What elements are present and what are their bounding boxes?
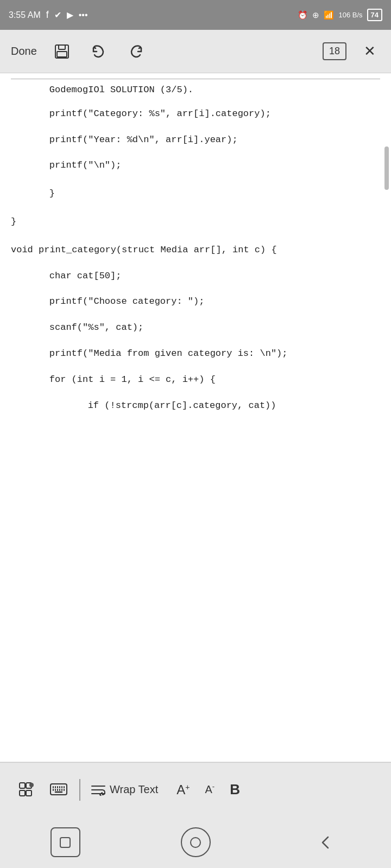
nav-bar [0, 816, 391, 868]
undo-icon [91, 44, 106, 59]
code-line-6: } [11, 203, 380, 232]
svg-rect-2 [57, 52, 67, 57]
code-line-13: if (!strcmp(arr[c].category, cat)) [11, 390, 380, 416]
font-increase-button[interactable]: A+ [169, 778, 197, 802]
battery-icon: 74 [367, 9, 382, 21]
time: 3:55 AM [9, 10, 41, 20]
font-decrease-label: A [205, 784, 212, 796]
grid-icon [18, 782, 35, 798]
code-line-1: GodemogIOl SOLUTION (3/5). [11, 79, 380, 100]
signal-icon: 106 B/s [338, 11, 362, 19]
svg-rect-6 [26, 790, 31, 796]
circle-nav-button[interactable] [181, 827, 211, 857]
facebook-icon: f [46, 9, 49, 21]
back-nav-button[interactable] [311, 827, 341, 857]
status-right: ⏰ ⊕ 📶 106 B/s 74 [298, 9, 382, 21]
back-icon [318, 835, 333, 850]
keyboard-icon [50, 782, 67, 797]
alarm-icon: ⏰ [298, 10, 308, 20]
wrap-text-label: Wrap Text [110, 783, 158, 796]
svg-point-26 [191, 838, 200, 847]
redo-icon [128, 44, 143, 59]
code-editor-area[interactable]: GodemogIOl SOLUTION (3/5). printf("Categ… [0, 73, 391, 762]
svg-rect-25 [60, 838, 70, 847]
svg-rect-1 [59, 45, 65, 49]
circle-icon [190, 837, 201, 848]
code-line-5: } [11, 175, 380, 203]
code-content: GodemogIOl SOLUTION (3/5). printf("Categ… [0, 79, 391, 415]
editor-toolbar: Done 18 ✕ [0, 30, 391, 73]
code-line-2: printf("Category: %s", arr[i].category); [11, 100, 380, 124]
code-line-8: char cat[50]; [11, 260, 380, 286]
save-icon [54, 44, 70, 59]
check-icon: ✔ [54, 10, 61, 20]
code-line-3: printf("Year: %d\n", arr[i].year); [11, 124, 380, 150]
code-line-11: printf("Media from given category is: \n… [11, 337, 380, 363]
code-line-9: printf("Choose category: "); [11, 285, 380, 311]
undo-button[interactable] [87, 40, 111, 63]
font-increase-sup: + [185, 782, 190, 791]
save-button[interactable] [50, 40, 74, 63]
redo-button[interactable] [124, 40, 148, 63]
status-left: 3:55 AM f ✔ ▶ ••• [9, 9, 88, 21]
svg-point-7 [29, 783, 34, 787]
bold-button[interactable]: B [222, 777, 248, 802]
done-button[interactable]: Done [11, 45, 37, 58]
code-line-4: printf("\n"); [11, 149, 380, 175]
square-icon [59, 837, 71, 848]
square-nav-button[interactable] [51, 827, 80, 857]
font-decrease-button[interactable]: A- [198, 778, 223, 801]
font-decrease-sup: - [212, 782, 215, 790]
font-size-display: 18 [323, 42, 346, 60]
keyboard-button[interactable] [42, 777, 75, 803]
dots-icon: ••• [79, 10, 88, 20]
code-line-7: void print_category(struct Media arr[], … [11, 232, 380, 260]
bold-label: B [230, 781, 240, 797]
code-line-10: scanf("%s", cat); [11, 311, 380, 337]
code-line-12: for (int i = 1, i <= c, i++) { [11, 363, 380, 390]
bottom-toolbar: Wrap Text A+ A- B [0, 762, 391, 816]
svg-rect-5 [20, 790, 25, 796]
status-bar: 3:55 AM f ✔ ▶ ••• ⏰ ⊕ 📶 106 B/s 74 [0, 0, 391, 30]
scroll-indicator[interactable] [384, 146, 389, 190]
add-circle-icon: ⊕ [312, 10, 319, 20]
play-icon: ▶ [67, 10, 73, 20]
grid-icon-button[interactable] [11, 776, 42, 803]
close-button[interactable]: ✕ [360, 39, 380, 64]
wrap-text-button[interactable]: Wrap Text [85, 779, 165, 800]
wifi-icon: 📶 [324, 10, 334, 20]
svg-rect-3 [20, 783, 25, 788]
wrap-text-icon [91, 784, 105, 796]
toolbar-divider [79, 779, 80, 801]
font-increase-label: A [176, 782, 185, 797]
